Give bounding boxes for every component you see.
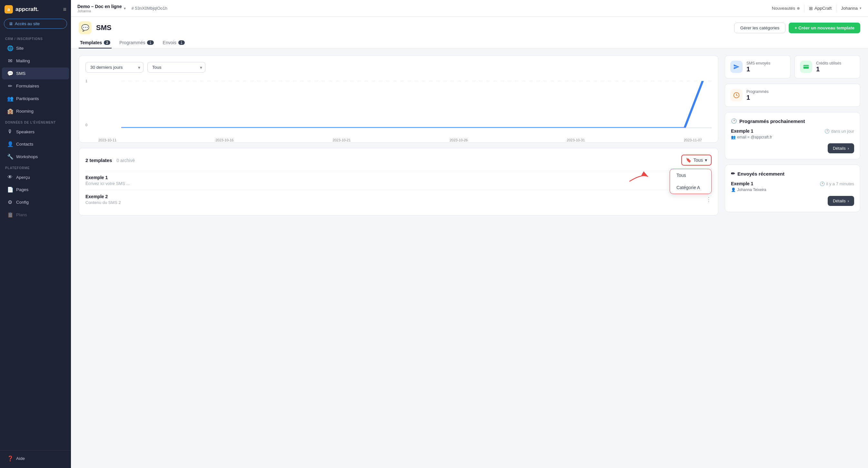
programme-entry-row: Exemple 1 🕐 dans un jour [731,128,854,134]
programme-entry-bottom: Détails › [731,143,854,153]
person-icon: 👤 [731,187,736,192]
sidebar-item-rooming[interactable]: 🏨 Rooming [2,105,69,117]
arrow-indicator [626,170,652,184]
user-label: Johanna [841,6,858,11]
tab-envois[interactable]: Envois 1 [161,37,186,49]
chart-area: 1 0 2023-10-11 2023-10-16 2023 [86,78,712,136]
dropdown-item-categorie-a[interactable]: Catégorie A [670,181,711,194]
donnees-section-label: DONNÉES DE L'ÉVÉNEMENT [0,117,71,125]
pages-icon: 📄 [7,186,13,193]
nouveautes-button[interactable]: Nouveautés [772,6,800,11]
topbar-divider2 [836,4,836,12]
contacts-icon: 👤 [7,141,13,147]
logo-icon: a [4,5,13,13]
programmes-card: 🕐 Programmés prochainement Exemple 1 🕐 d… [725,112,860,159]
tab-templates[interactable]: Templates 2 [79,37,112,49]
project-selector[interactable]: Demo – Doc en ligne Johanna ▾ [78,4,126,13]
period-selector[interactable]: 30 derniers jours [86,62,144,72]
rooming-icon: 🏨 [7,108,13,114]
page-title: SMS [96,24,730,32]
header-actions: Gérer les catégories + Créer un nouveau … [734,23,860,33]
bookmark-icon: 🔖 [686,157,691,163]
templates-count-area: 2 templates 0 archivé [86,157,135,163]
templates-archived: 0 archivé [116,158,135,163]
sidebar-item-pages[interactable]: 📄 Pages [2,184,69,196]
tab-programmes[interactable]: Programmés 1 [118,37,155,49]
stat-icon-send [730,61,743,73]
templates-count: 2 templates [86,157,112,163]
x-label-1: 2023-10-16 [215,138,234,142]
tous-filter-selector[interactable]: Tous [147,62,206,72]
x-label-0: 2023-10-11 [98,138,116,142]
stats-row-2: Programmés 1 [725,84,860,107]
manage-categories-button[interactable]: Gérer les catégories [734,23,786,33]
access-site-button[interactable]: 🖥 Accès au site [4,19,67,29]
chart-y-label-1: 1 [86,79,87,83]
templates-card: 2 templates 0 archivé 🔖 Tous ▾ Tous Caté… [79,148,718,215]
sidebar-item-formulaires[interactable]: ✏ Formulaires [2,80,69,92]
sms-icon: 💬 [7,70,13,77]
aide-icon: ❓ [7,456,13,462]
page-icon: 💬 [79,21,92,34]
left-panel: 30 derniers jours Tous 1 0 [79,55,718,462]
dropdown-item-tous[interactable]: Tous [670,169,711,181]
sidebar-item-plans: 📋 Plans [2,209,69,221]
x-label-2: 2023-10-21 [333,138,350,142]
tous-selector-wrapper[interactable]: Tous [147,62,206,72]
stat-info-credits: Crédits utilisés 1 [816,61,841,73]
sidebar-item-workshops[interactable]: 🔧 Workshops [2,151,69,163]
filter-dropdown-menu: Tous Catégorie A [670,169,712,194]
sidebar-item-contacts[interactable]: 👤 Contacts [2,138,69,150]
sent-entry: Exemple 1 🕐 il y a 7 minutes 👤 Johanna T… [731,181,854,206]
grid-icon: ⊞ [809,6,813,11]
config-icon: ⚙ [7,199,13,205]
programme-entry-time: 🕐 dans un jour [825,129,854,134]
template-dots-icon[interactable]: ⋮ [706,196,712,203]
sent-details-button[interactable]: Détails › [828,196,854,206]
x-label-5: 2023-11-07 [684,138,702,142]
sidebar-logo: a appcraft. ≡ [0,0,71,19]
hamburger-icon[interactable]: ≡ [63,6,66,13]
sent-icon: ✏ [731,171,735,177]
x-label-3: 2023-10-26 [450,138,468,142]
stat-card-sms-envoyes: SMS envoyés 1 [725,55,790,79]
time-icon: 🕐 [819,181,825,186]
stat-card-credits: Crédits utilisés 1 [795,55,860,79]
logo[interactable]: a appcraft. [4,5,39,13]
apercu-icon: 👁 [7,174,13,180]
sent-card-title: ✏ Envoyés récemment [731,171,854,177]
user-chevron-icon: ▾ [860,6,862,10]
sidebar-item-config[interactable]: ⚙ Config [2,196,69,208]
sidebar-item-aide[interactable]: ❓ Aide [2,452,69,464]
sidebar-item-site[interactable]: 🌐 Site [2,42,69,54]
programme-details-button[interactable]: Détails › [828,143,854,153]
chart-x-labels: 2023-10-11 2023-10-16 2023-10-21 2023-10… [86,137,712,142]
programmes-stat-label: Programmés [746,89,769,94]
sidebar-item-sms[interactable]: 💬 SMS [2,67,69,79]
period-selector-wrapper[interactable]: 30 derniers jours [86,62,144,72]
filter-dropdown-button[interactable]: 🔖 Tous ▾ [681,155,712,166]
sent-entry-name: Exemple 1 [731,181,753,186]
project-sub: Johanna [78,9,122,13]
chart-y-label-0: 0 [86,123,87,127]
appcraft-button[interactable]: ⊞ AppCraft [809,6,832,11]
speakers-icon: 🎙 [7,129,13,135]
topbar: Demo – Doc en ligne Johanna ▾ # 53nX0Mbj… [71,0,868,17]
main-content: Demo – Doc en ligne Johanna ▾ # 53nX0Mbj… [71,0,868,468]
credits-value: 1 [816,65,841,73]
sidebar-item-apercu[interactable]: 👁 Aperçu [2,171,69,183]
template-item-1: Exemple 2 Contenu du SMS 2 ⋮ [86,190,712,209]
chevron-down-icon: ▾ [705,157,707,163]
sidebar-item-participants[interactable]: 👥 Participants [2,93,69,105]
sidebar-item-speakers[interactable]: 🎙 Speakers [2,126,69,138]
project-name: Demo – Doc en ligne [78,4,122,9]
template-item-0: Exemple 1 Écrivez ici votre SMS ... [86,171,712,190]
stat-card-programmes: Programmés 1 [725,84,860,107]
plateforme-section-label: PLATEFORME [0,163,71,171]
sidebar: a appcraft. ≡ 🖥 Accès au site CRM / INSC… [0,0,71,468]
sidebar-item-mailing[interactable]: ✉ Mailing [2,55,69,67]
x-label-4: 2023-10-31 [567,138,585,142]
user-menu[interactable]: Johanna ▾ [841,6,862,11]
programmes-stat-value: 1 [746,94,769,101]
create-template-button[interactable]: + Créer un nouveau template [789,23,860,33]
